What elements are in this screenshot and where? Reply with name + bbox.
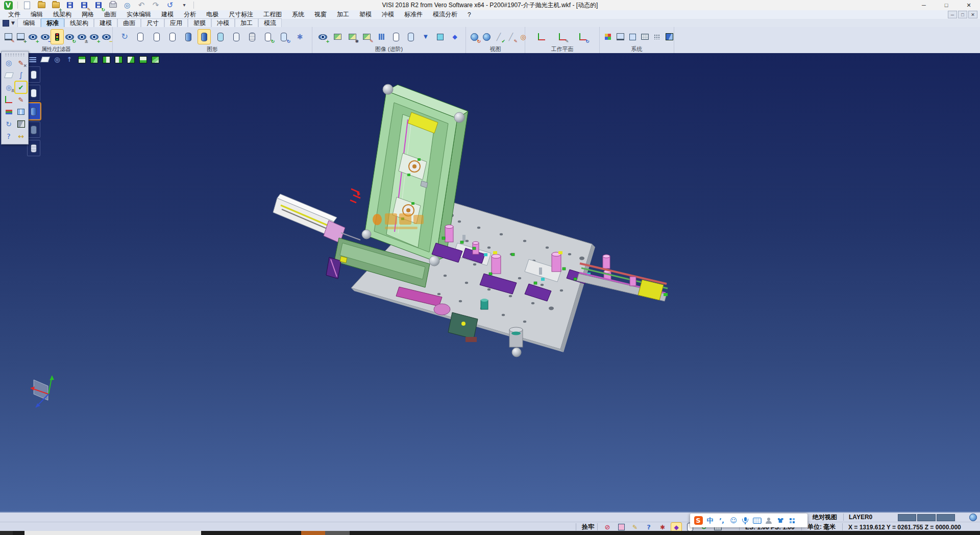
- system-monitor[interactable]: [614, 30, 626, 44]
- save[interactable]: [64, 0, 76, 12]
- menu-塑模[interactable]: 塑模: [354, 10, 377, 19]
- redo[interactable]: ↷: [150, 0, 162, 12]
- system-table[interactable]: [639, 30, 651, 44]
- eye-minus[interactable]: −: [100, 30, 112, 44]
- cyl-wire-1[interactable]: [134, 30, 146, 44]
- chevron-down-icon[interactable]: ▼: [11, 20, 15, 26]
- menu-?[interactable]: ?: [462, 10, 476, 19]
- tab-曲面[interactable]: 曲面: [117, 18, 141, 27]
- linear-rail-left[interactable]: [273, 194, 360, 243]
- save-as[interactable]: ✎: [78, 0, 90, 12]
- right-rail-assembly[interactable]: [577, 263, 668, 301]
- mdi-button-✕[interactable]: ✕: [968, 11, 977, 18]
- preview[interactable]: ◎: [121, 0, 133, 12]
- menu-电极[interactable]: 电极: [201, 10, 224, 19]
- pal-zoom-box[interactable]: ◎±: [3, 82, 14, 93]
- cyl-wire-2[interactable]: [151, 30, 163, 44]
- system-colors[interactable]: [602, 30, 614, 44]
- minimize-button[interactable]: ─: [913, 0, 935, 10]
- box-cyan[interactable]: [434, 30, 446, 44]
- cube-iso[interactable]: [150, 54, 161, 65]
- st-question[interactable]: ?: [644, 523, 654, 531]
- history[interactable]: ↺: [164, 0, 176, 12]
- menu-加工[interactable]: 加工: [332, 10, 354, 19]
- workplane-cycle[interactable]: ↻: [577, 30, 589, 44]
- system-grid[interactable]: [651, 30, 663, 44]
- pal-search[interactable]: ◎: [3, 57, 14, 68]
- cyl-update[interactable]: ↻: [278, 30, 290, 44]
- cyl-transparent[interactable]: [214, 30, 227, 44]
- cyl-recycle[interactable]: ↻: [262, 30, 274, 44]
- viewport-3d[interactable]: ◎↑: [0, 53, 980, 512]
- lang-chinese[interactable]: 中: [705, 515, 715, 526]
- open-copy[interactable]: +: [50, 0, 62, 12]
- menu-尺寸标注[interactable]: 尺寸标注: [224, 10, 258, 19]
- cube-top[interactable]: [76, 54, 87, 65]
- menu-冲模[interactable]: 冲模: [377, 10, 399, 19]
- taskbar-segment[interactable]: [201, 531, 301, 535]
- system-box[interactable]: [626, 30, 639, 44]
- pal-edit-cut[interactable]: ✎✕: [15, 57, 27, 68]
- eye-plus[interactable]: +: [88, 30, 100, 44]
- pal-pencil[interactable]: ✎: [15, 94, 27, 105]
- punctuation[interactable]: ’,: [717, 515, 726, 526]
- menu-工程图[interactable]: 工程图: [258, 10, 287, 19]
- sogou-logo[interactable]: S: [694, 515, 703, 526]
- cube-front[interactable]: [88, 54, 100, 65]
- menu-标准件[interactable]: 标准件: [399, 10, 428, 19]
- view-plane[interactable]: [39, 54, 51, 65]
- workbook-icon[interactable]: [3, 20, 9, 27]
- pal-plane[interactable]: [3, 69, 14, 81]
- taskbar-segment[interactable]: [325, 531, 350, 535]
- taskbar-segment[interactable]: [13, 531, 24, 535]
- mdi-button-□[interactable]: □: [958, 11, 967, 18]
- pal-help[interactable]: ?: [3, 131, 14, 142]
- pal-ucs[interactable]: [3, 94, 14, 105]
- view-axis[interactable]: ↑: [64, 54, 75, 65]
- keyboard-icon[interactable]: [752, 515, 762, 526]
- tab-冲模[interactable]: 冲模: [211, 18, 235, 27]
- open-folder[interactable]: [35, 0, 47, 12]
- cyl-wire-a[interactable]: [27, 66, 40, 83]
- workplane-edit[interactable]: ✎: [556, 30, 569, 44]
- pal-refresh[interactable]: ↻: [3, 118, 14, 130]
- tab-尺寸[interactable]: 尺寸: [141, 18, 164, 27]
- ruler-pencil[interactable]: ╱✎: [505, 30, 517, 44]
- cube-bottom[interactable]: [137, 54, 149, 65]
- pal-check[interactable]: ✔: [15, 82, 27, 93]
- tab-塑膜[interactable]: 塑膜: [188, 18, 211, 27]
- cube-back[interactable]: [125, 54, 136, 65]
- cyl-hidden[interactable]: [230, 30, 242, 44]
- st-diamond[interactable]: ◆: [671, 523, 681, 531]
- traffic-light-filter[interactable]: [51, 30, 63, 44]
- view-refresh[interactable]: ↻: [118, 30, 131, 44]
- toolbox-icon[interactable]: [788, 515, 797, 526]
- menu-视窗[interactable]: 视窗: [309, 10, 332, 19]
- image-gallery[interactable]: [331, 30, 344, 44]
- image-settings[interactable]: ✱: [346, 30, 358, 44]
- visi-logo[interactable]: V: [2, 0, 14, 12]
- eye-refresh[interactable]: ↻: [63, 30, 76, 44]
- st-figure[interactable]: [616, 523, 626, 531]
- tab-建模[interactable]: 建模: [94, 18, 117, 27]
- system-axo[interactable]: [663, 30, 675, 44]
- cyl-shaded-sel[interactable]: [27, 103, 40, 119]
- tab-模流[interactable]: 模流: [258, 18, 282, 27]
- palette-grip[interactable]: [5, 53, 25, 56]
- mdi-button-─[interactable]: ─: [948, 11, 957, 18]
- gem-blue[interactable]: ◆: [449, 30, 461, 44]
- cyl-hatch-b[interactable]: [27, 140, 40, 156]
- eye-remove[interactable]: −: [39, 30, 51, 44]
- st-compass[interactable]: ✱: [657, 523, 668, 531]
- user-icon[interactable]: [764, 515, 773, 526]
- viewport-3d-model[interactable]: [0, 53, 980, 512]
- maximize-button[interactable]: □: [935, 0, 958, 10]
- column-chart[interactable]: [376, 30, 388, 44]
- taskbar-sliver[interactable]: [0, 531, 980, 535]
- cyl-wire-3[interactable]: [166, 30, 179, 44]
- save-all[interactable]: ↻: [92, 0, 105, 12]
- attribute-brush[interactable]: ✎: [2, 30, 14, 44]
- cube-left[interactable]: [101, 54, 112, 65]
- pal-tiles[interactable]: [15, 106, 27, 117]
- dropdown[interactable]: ▾: [178, 0, 190, 12]
